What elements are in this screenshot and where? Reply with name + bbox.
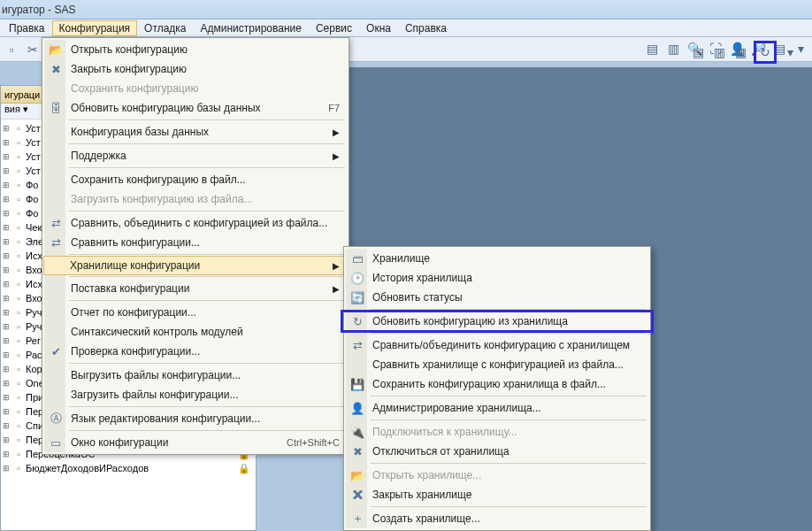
tree-item-label: Исх <box>26 279 42 289</box>
right-toolbar-2: ▤ ▥ ▦ ↻ ▾ <box>402 41 798 64</box>
submenu-item-icon: 🗃 <box>349 252 365 266</box>
submenu-item[interactable]: ⇄Сравнить/объединить конфигурацию с хран… <box>346 335 648 355</box>
submenu-item-label: Создать хранилище... <box>372 512 480 525</box>
menu-item[interactable]: Конфигурация базы данных▶ <box>44 122 347 142</box>
submenu-item-icon: ＋ <box>349 511 365 527</box>
document-icon: ▫ <box>11 364 26 374</box>
tree-item-label: Рас <box>26 350 42 360</box>
new-icon[interactable]: ▫ <box>4 42 19 58</box>
submenu-item-label: Администрирование хранилища... <box>372 402 541 414</box>
document-icon: ▫ <box>11 194 26 204</box>
menu-item-label: Хранилище конфигурации <box>70 259 200 272</box>
menu-item[interactable]: Поддержка▶ <box>44 146 347 165</box>
submenu-item-label: Обновить конфигурацию из хранилища <box>372 315 568 327</box>
menu-item[interactable]: Сохранить конфигурацию в файл... <box>44 170 347 189</box>
tree-item-label: Вхо <box>26 293 42 304</box>
tree-item-label: Руч <box>26 321 42 332</box>
menu-item-label: Загрузить конфигурацию из файла... <box>71 193 252 205</box>
submenu-item-icon: 📂 <box>349 469 365 482</box>
submenu-arrow-icon: ▶ <box>333 151 347 161</box>
menu-edit[interactable]: Правка <box>2 20 52 36</box>
submenu-item-icon: ⇄ <box>349 339 365 352</box>
document-icon: ▫ <box>11 392 26 403</box>
menu-item[interactable]: ✔Проверка конфигурации... <box>44 342 347 361</box>
menu-item[interactable]: Синтаксический контроль модулей <box>44 322 347 342</box>
menu-item[interactable]: Отчет по конфигурации... <box>44 303 347 322</box>
tree-item-label: Фо <box>26 194 38 204</box>
menu-item[interactable]: Выгрузить файлы конфигурации... <box>44 366 347 385</box>
menu-item[interactable]: ✖Закрыть конфигурацию <box>44 59 347 79</box>
submenu-item: 🔌Подключиться к хранилищу... <box>346 422 648 442</box>
submenu-item-label: История хранилища <box>372 272 472 284</box>
dropdown-arrow-icon[interactable]: ▾ <box>782 44 798 60</box>
storage-submenu: 🗃Хранилище🕑История хранилища🔄Обновить ст… <box>343 246 651 531</box>
menu-item[interactable]: ▭Окно конфигурацииCtrl+Shift+C <box>44 433 347 452</box>
submenu-item[interactable]: ↻Обновить конфигурацию из хранилища <box>346 312 648 331</box>
tree-item-label: БюджетДоходовИРасходов <box>26 463 149 473</box>
scissors-icon[interactable]: ✂ <box>25 42 41 58</box>
document-icon: ▫ <box>11 180 26 190</box>
submenu-item[interactable]: 🔄Обновить статусы <box>346 288 648 307</box>
submenu-item[interactable]: 🕑История хранилища <box>346 268 648 288</box>
tb-icon-i[interactable]: ▤ <box>690 44 706 60</box>
configuration-menu: 📂Открыть конфигурацию✖Закрыть конфигурац… <box>42 37 349 455</box>
menu-debug[interactable]: Отладка <box>137 20 193 36</box>
submenu-item-label: Сравнить хранилище с конфигурацией из фа… <box>372 358 624 371</box>
submenu-item[interactable]: ＋Создать хранилище... <box>346 509 648 528</box>
menu-configuration[interactable]: Конфигурация <box>52 20 138 36</box>
submenu-item-icon: ↻ <box>349 315 365 328</box>
menu-help[interactable]: Справка <box>398 20 454 36</box>
menu-item-icon: 📂 <box>48 43 64 57</box>
submenu-item-label: Закрыть хранилище <box>372 489 471 501</box>
submenu-item[interactable]: 💾Сохранить конфигурацию хранилища в файл… <box>346 374 648 394</box>
menu-item[interactable]: Хранилище конфигурации▶ <box>43 256 348 275</box>
submenu-item[interactable]: 🗃Хранилище <box>346 249 648 268</box>
menu-item-label: Окно конфигурации <box>71 436 168 449</box>
menu-item-label: Проверка конфигурации... <box>71 345 200 358</box>
menu-item[interactable]: Загрузить файлы конфигурации... <box>44 385 347 404</box>
menu-item-label: Синтаксический контроль модулей <box>71 326 243 338</box>
tree-item-label: Чек <box>26 222 42 233</box>
storage-action-highlight[interactable]: ↻ <box>754 41 777 64</box>
tree-item-label: Фо <box>26 180 38 190</box>
menu-item-label: Язык редактирования конфигурации... <box>71 412 260 425</box>
document-icon: ▫ <box>11 123 26 134</box>
menu-item-label: Поддержка <box>71 150 126 162</box>
submenu-item-icon: ✖ <box>349 445 365 458</box>
menu-item[interactable]: Поставка конфигурации▶ <box>44 279 347 298</box>
menu-item-label: Обновить конфигурацию базы данных <box>71 102 261 114</box>
menu-item-icon: ⇄ <box>48 236 64 250</box>
menu-item[interactable]: ⒶЯзык редактирования конфигурации... <box>44 409 347 428</box>
menu-item-icon: ✖ <box>48 63 64 76</box>
document-icon: ▫ <box>11 279 26 289</box>
window-title: игуратор - SAS <box>2 4 75 16</box>
tree-item[interactable]: ⊞▫БюджетДоходовИРасходов🔒 <box>1 461 256 475</box>
tb-icon-k[interactable]: ▦ <box>732 44 748 60</box>
menu-item-icon: ▭ <box>48 436 64 450</box>
submenu-item[interactable]: ✖Отключиться от хранилища <box>346 442 648 461</box>
submenu-item-label: Отключиться от хранилища <box>372 445 509 458</box>
menu-item-label: Сравнить, объединить с конфигурацией из … <box>71 217 327 229</box>
document-icon: ▫ <box>11 165 26 176</box>
submenu-item-label: Подключиться к хранилищу... <box>372 426 517 438</box>
submenu-item[interactable]: Сравнить хранилище с конфигурацией из фа… <box>346 355 648 374</box>
submenu-item[interactable]: 👤Администрирование хранилища... <box>346 398 648 418</box>
tree-item-label: Уст <box>26 151 41 162</box>
submenu-item-icon: 🔄 <box>349 291 365 304</box>
menu-item-label: Отчет по конфигурации... <box>71 306 196 319</box>
menu-admin[interactable]: Администрирование <box>194 20 309 36</box>
menu-item[interactable]: ⇄Сравнить, объединить с конфигурацией из… <box>44 213 347 233</box>
menu-service[interactable]: Сервис <box>309 20 359 36</box>
menu-item-label: Поставка конфигурации <box>71 282 189 295</box>
document-icon: ▫ <box>11 449 26 459</box>
menu-item-label: Конфигурация базы данных <box>71 126 209 138</box>
menu-item[interactable]: ⇄Сравнить конфигурации... <box>44 233 347 252</box>
menu-item[interactable]: 🗄Обновить конфигурацию базы данныхF7 <box>44 98 347 118</box>
menu-windows[interactable]: Окна <box>359 20 398 36</box>
menu-item-icon: 🗄 <box>48 102 64 115</box>
submenu-item[interactable]: 🗙Закрыть хранилище <box>346 485 648 504</box>
document-icon: ▫ <box>11 250 26 261</box>
menu-item[interactable]: 📂Открыть конфигурацию <box>44 40 347 59</box>
tb-icon-j[interactable]: ▥ <box>711 44 727 60</box>
document-icon: ▫ <box>11 137 26 148</box>
